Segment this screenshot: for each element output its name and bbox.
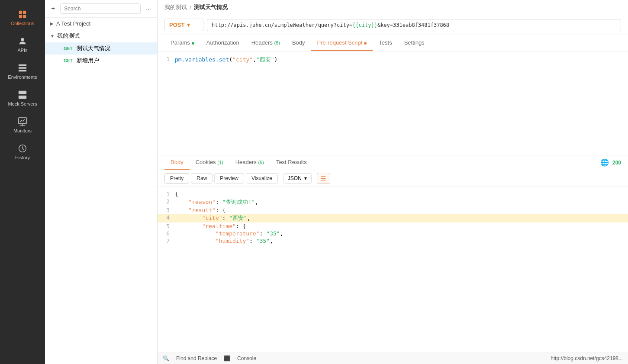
tab-params[interactable]: Params: [164, 35, 200, 51]
bottom-bar: 🔍 Find and Replace ⬛ Console http://blog…: [158, 352, 628, 364]
collections-panel: + ··· ▶ A Test Project ▼ 我的测试 GET 测试天气情况…: [45, 0, 158, 364]
tree-item-my-tests[interactable]: ▼ 我的测试: [45, 29, 157, 42]
breadcrumb-parent: 我的测试: [164, 3, 187, 11]
tree-child-add-user[interactable]: GET 新增用户: [45, 55, 157, 67]
dropdown-icon: ▾: [187, 22, 190, 28]
svg-rect-2: [19, 15, 22, 18]
sidebar-item-collections[interactable]: Collections: [0, 4, 45, 31]
status-url: http://blog.csdn.net/gcs42198...: [551, 355, 623, 361]
json-line-6: 6 "temperature": "35",: [158, 230, 628, 237]
json-line-4: 4 "city": "西安",: [158, 214, 628, 222]
sidebar-item-mock-servers[interactable]: Mock Servers: [0, 85, 45, 112]
request-label-test-weather: 测试天气情况: [77, 45, 110, 52]
sidebar-label-history: History: [15, 155, 30, 160]
svg-point-10: [25, 92, 26, 93]
tab-settings[interactable]: Settings: [398, 35, 431, 51]
response-tabs: Body Cookies (1) Headers (6) Test Result…: [158, 155, 628, 170]
main-content: 我的测试 / 测试天气情况 POST ▾ http://apis.juhe.cn…: [158, 0, 628, 364]
url-bar[interactable]: http://apis.juhe.cn/simpleWeather/query?…: [207, 19, 621, 31]
sidebar-label-environments: Environments: [8, 74, 37, 80]
raw-button[interactable]: Raw: [191, 173, 213, 184]
sidebar-item-apis[interactable]: APIs: [0, 31, 45, 58]
line-number-1: 1: [158, 56, 175, 62]
collections-tree: ▶ A Test Project ▼ 我的测试 GET 测试天气情况 GET 新…: [45, 18, 157, 67]
breadcrumb-separator: /: [190, 4, 191, 11]
method-badge-get: GET: [62, 46, 74, 52]
svg-rect-12: [19, 118, 26, 124]
json-format-label: JSON: [288, 175, 302, 181]
console-icon: ⬛: [224, 355, 230, 361]
json-format-select[interactable]: JSON ▾: [283, 173, 312, 184]
status-badge-area: 🌐 200: [600, 158, 621, 167]
sidebar-label-monitors: Monitors: [13, 128, 32, 133]
tree-item-a-test-project[interactable]: ▶ A Test Project: [45, 18, 157, 29]
url-plain: http://apis.juhe.cn/simpleWeather/query?…: [212, 22, 352, 28]
method-selector[interactable]: POST ▾: [164, 19, 203, 31]
svg-rect-1: [23, 11, 26, 14]
code-content-1: pm.variables.set("city","西安"): [175, 56, 628, 64]
collections-icon: [18, 10, 27, 19]
tab-tests[interactable]: Tests: [373, 35, 398, 51]
svg-rect-0: [19, 11, 22, 14]
wrap-button[interactable]: ☰: [317, 173, 330, 184]
request-bar: POST ▾ http://apis.juhe.cn/simpleWeather…: [158, 15, 628, 35]
chevron-down-icon: ▼: [50, 34, 55, 39]
sidebar-item-monitors[interactable]: Monitors: [0, 112, 45, 139]
svg-rect-5: [19, 64, 26, 66]
chevron-right-icon: ▶: [50, 21, 54, 26]
script-editor[interactable]: 1 pm.variables.set("city","西安"): [158, 52, 628, 155]
svg-point-4: [21, 38, 24, 41]
request-tabs: Params Authorization Headers (8) Body Pr…: [158, 35, 628, 52]
method-label: POST: [169, 22, 184, 28]
tab-authorization[interactable]: Authorization: [200, 35, 245, 51]
apis-icon: [18, 36, 27, 46]
response-headers-badge: (6): [258, 160, 264, 165]
sidebar-label-collections: Collections: [11, 21, 34, 26]
tab-pre-request-script[interactable]: Pre-request Script: [311, 35, 373, 51]
svg-rect-3: [23, 15, 26, 18]
json-line-2: 2 "reason": "查询成功!",: [158, 198, 628, 206]
headers-badge: (8): [274, 40, 280, 45]
tab-body[interactable]: Body: [286, 35, 311, 51]
find-replace-icon: 🔍: [163, 355, 169, 361]
folder-label: A Test Project: [56, 20, 90, 27]
preview-button[interactable]: Preview: [214, 173, 244, 184]
sidebar-item-history[interactable]: History: [0, 139, 45, 165]
url-rest: &key=331eab8f3481f37868: [377, 22, 449, 28]
find-replace-label[interactable]: Find and Replace: [176, 355, 217, 361]
pretty-button[interactable]: Pretty: [164, 173, 189, 184]
json-line-5: 5 "realtime": {: [158, 222, 628, 230]
response-tab-test-results[interactable]: Test Results: [270, 155, 313, 170]
tree-child-test-weather[interactable]: GET 测试天气情况: [45, 42, 157, 55]
request-label-add-user: 新增用户: [77, 57, 99, 64]
response-tab-body[interactable]: Body: [164, 155, 190, 170]
response-tab-headers[interactable]: Headers (6): [229, 155, 270, 170]
search-input[interactable]: [60, 3, 141, 14]
json-line-1: 1 {: [158, 190, 628, 198]
json-line-7: 7 "humidity": "35",: [158, 237, 628, 245]
sidebar-item-environments[interactable]: Environments: [0, 58, 45, 85]
cookies-badge: (1): [217, 160, 223, 165]
breadcrumb: 我的测试 / 测试天气情况: [158, 0, 628, 15]
breadcrumb-current: 测试天气情况: [194, 3, 228, 11]
visualize-button[interactable]: Visualize: [246, 173, 278, 184]
sidebar-label-mock-servers: Mock Servers: [8, 101, 37, 106]
json-line-3: 3 "result": {: [158, 206, 628, 214]
environments-icon: [18, 63, 27, 73]
method-badge-get-2: GET: [62, 58, 74, 64]
json-chevron-icon: ▾: [304, 175, 307, 181]
url-variable: {{city}}: [352, 22, 377, 28]
add-collection-button[interactable]: +: [49, 4, 57, 13]
history-icon: [18, 144, 27, 153]
more-options-button[interactable]: ···: [144, 4, 153, 13]
svg-rect-7: [19, 70, 26, 72]
format-toolbar: Pretty Raw Preview Visualize JSON ▾ ☰: [158, 170, 628, 187]
response-tab-cookies[interactable]: Cookies (1): [190, 155, 229, 170]
sidebar-label-apis: APIs: [17, 48, 27, 53]
response-section: Body Cookies (1) Headers (6) Test Result…: [158, 155, 628, 352]
folder-label-my-tests: 我的测试: [57, 32, 80, 40]
code-line-1: 1 pm.variables.set("city","西安"): [158, 55, 628, 64]
mock-servers-icon: [18, 90, 27, 100]
console-label[interactable]: Console: [237, 355, 256, 361]
tab-headers[interactable]: Headers (8): [245, 35, 286, 51]
